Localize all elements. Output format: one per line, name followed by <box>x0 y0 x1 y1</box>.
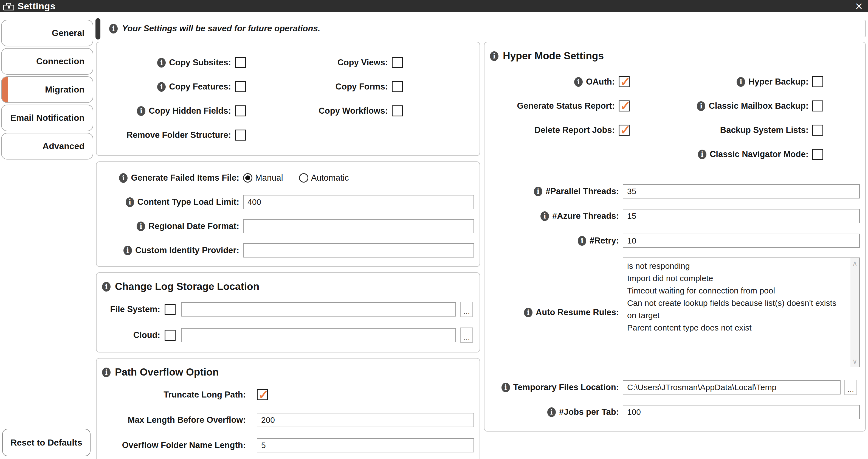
parallel-threads-label: i #Parallel Threads: <box>490 187 619 196</box>
info-icon[interactable]: i <box>501 383 510 392</box>
retry-input[interactable] <box>623 234 860 248</box>
info-icon[interactable]: i <box>157 58 166 67</box>
manual-radio[interactable] <box>243 173 252 182</box>
file-system-checkbox[interactable] <box>164 304 176 315</box>
info-icon[interactable]: i <box>490 51 498 61</box>
copy-subsites-label: i Copy Subsites: <box>102 58 231 67</box>
info-icon[interactable]: i <box>534 187 542 196</box>
failed-items-panel: i Generate Failed Items File: Manual Aut… <box>96 162 480 267</box>
titlebar: Settings × <box>0 0 868 12</box>
temporary-files-browse-button[interactable]: ... <box>844 380 857 395</box>
copy-workflows-label: Copy Workflows: <box>251 106 388 116</box>
jobs-per-tab-input[interactable] <box>623 405 860 419</box>
copy-hidden-fields-checkbox[interactable] <box>235 106 246 116</box>
copy-forms-checkbox[interactable] <box>392 81 403 92</box>
banner-accent-bar <box>95 18 100 39</box>
tab-label: Connection <box>36 56 85 66</box>
info-icon[interactable]: i <box>126 197 134 207</box>
info-icon[interactable]: i <box>737 77 745 87</box>
info-icon[interactable]: i <box>547 407 556 417</box>
content-type-load-limit-input[interactable] <box>243 195 474 209</box>
copy-subsites-checkbox[interactable] <box>235 57 246 68</box>
tab-label: Migration <box>45 85 85 95</box>
generate-status-report-label: Generate Status Report: <box>490 101 615 111</box>
classic-mailbox-backup-label: i Classic Mailbox Backup: <box>634 101 808 111</box>
textarea-scrollbar[interactable]: ∧ ∨ <box>850 258 859 367</box>
change-log-header: i Change Log Storage Location <box>102 277 474 296</box>
file-system-label: File System: <box>102 305 160 314</box>
info-icon[interactable]: i <box>137 106 146 116</box>
file-system-path-input[interactable] <box>181 302 456 317</box>
automatic-radio[interactable] <box>299 173 308 182</box>
tab-label: General <box>52 28 85 38</box>
auto-resume-rules-textarea[interactable]: is not responding Import did not complet… <box>623 258 850 367</box>
manual-radio-label: Manual <box>255 173 283 183</box>
tab-migration[interactable]: Migration <box>1 76 93 103</box>
file-system-browse-button[interactable]: ... <box>460 302 473 317</box>
info-icon[interactable]: i <box>102 368 111 377</box>
tab-connection[interactable]: Connection <box>1 48 93 75</box>
auto-resume-rules-label: i Auto Resume Rules: <box>490 308 619 317</box>
custom-identity-provider-label: i Custom Identity Provider: <box>102 246 239 255</box>
sidebar: General Connection Migration Email Notif… <box>0 20 94 459</box>
custom-identity-provider-input[interactable] <box>243 243 474 258</box>
truncate-long-path-label: Truncate Long Path: <box>102 390 246 400</box>
info-icon[interactable]: i <box>136 222 145 231</box>
classic-navigator-mode-checkbox[interactable] <box>812 149 823 160</box>
delete-report-jobs-label: Delete Report Jobs: <box>490 125 615 135</box>
cloud-checkbox[interactable] <box>164 330 176 341</box>
path-overflow-header: i Path Overflow Option <box>102 362 474 382</box>
delete-report-jobs-checkbox[interactable] <box>619 125 629 136</box>
scroll-down-icon[interactable]: ∨ <box>852 357 857 366</box>
tab-email-notification[interactable]: Email Notification <box>1 105 93 131</box>
cloud-browse-button[interactable]: ... <box>460 327 473 343</box>
copy-features-checkbox[interactable] <box>235 81 246 92</box>
truncate-long-path-checkbox[interactable] <box>257 389 268 400</box>
info-icon[interactable]: i <box>102 282 111 291</box>
close-icon[interactable]: × <box>851 0 866 12</box>
tab-label: Advanced <box>42 141 85 151</box>
overflow-folder-name-length-label: Overflow Folder Name Length: <box>102 440 246 450</box>
hyper-backup-checkbox[interactable] <box>812 76 823 87</box>
automatic-radio-label: Automatic <box>311 173 349 183</box>
copy-forms-label: Copy Forms: <box>251 82 388 92</box>
parallel-threads-input[interactable] <box>623 184 860 199</box>
info-icon[interactable]: i <box>524 308 532 317</box>
banner-text: Your Settings will be saved for future o… <box>122 24 320 33</box>
temporary-files-location-label: i Temporary Files Location: <box>490 382 619 392</box>
info-icon[interactable]: i <box>157 82 166 92</box>
oauth-label: i OAuth: <box>490 77 615 87</box>
classic-mailbox-backup-checkbox[interactable] <box>812 101 823 111</box>
overflow-folder-name-length-input[interactable] <box>257 438 474 452</box>
briefcase-icon <box>3 3 14 10</box>
backup-system-lists-checkbox[interactable] <box>812 125 823 136</box>
info-banner: i Your Settings will be saved for future… <box>96 20 866 37</box>
cloud-path-input[interactable] <box>181 328 456 342</box>
info-icon[interactable]: i <box>540 211 549 221</box>
cloud-label: Cloud: <box>102 330 160 340</box>
temporary-files-location-input[interactable] <box>623 380 841 395</box>
content-type-load-limit-label: i Content Type Load Limit: <box>102 197 239 207</box>
info-icon[interactable]: i <box>119 173 128 183</box>
info-icon[interactable]: i <box>698 150 706 159</box>
tab-general[interactable]: General <box>1 20 93 47</box>
scroll-up-icon[interactable]: ∧ <box>852 259 857 268</box>
copy-views-checkbox[interactable] <box>392 57 403 68</box>
info-icon[interactable]: i <box>574 77 583 87</box>
max-length-before-overflow-input[interactable] <box>257 413 474 427</box>
azure-threads-input[interactable] <box>623 209 860 223</box>
generate-status-report-checkbox[interactable] <box>619 101 629 111</box>
oauth-checkbox[interactable] <box>619 76 629 87</box>
reset-to-defaults-button[interactable]: Reset to Defaults <box>2 429 91 456</box>
info-icon[interactable]: i <box>123 246 132 255</box>
tab-advanced[interactable]: Advanced <box>1 133 93 160</box>
copy-features-label: i Copy Features: <box>102 82 231 92</box>
info-icon[interactable]: i <box>578 236 586 246</box>
copy-workflows-checkbox[interactable] <box>392 106 403 116</box>
retry-label: i #Retry: <box>490 236 619 246</box>
info-icon: i <box>109 24 118 33</box>
info-icon[interactable]: i <box>697 101 705 111</box>
remove-folder-structure-checkbox[interactable] <box>235 130 246 141</box>
regional-date-format-input[interactable] <box>243 219 474 233</box>
remove-folder-structure-label: Remove Folder Structure: <box>102 130 231 140</box>
